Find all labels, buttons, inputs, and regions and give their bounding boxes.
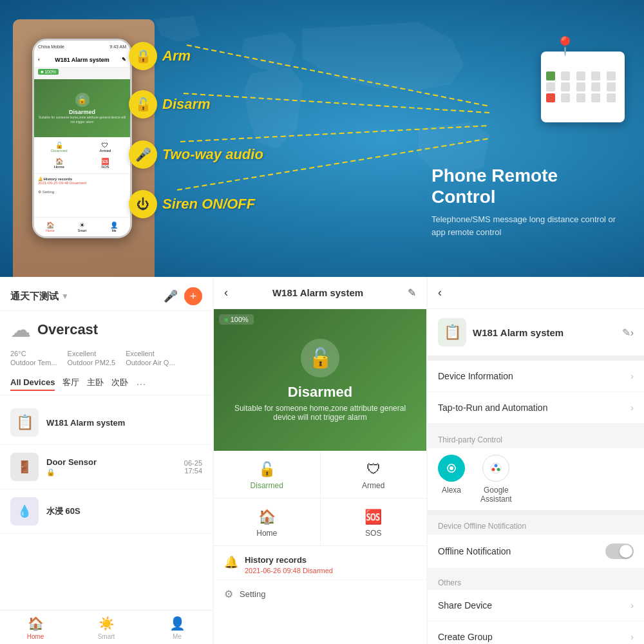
air-label: Outdoor Air Q... <box>126 359 175 366</box>
offline-toggle[interactable] <box>605 544 634 559</box>
history-section[interactable]: 🔔 History records 2021-06-26 09:48 Disar… <box>214 545 426 580</box>
svg-point-6 <box>450 466 453 470</box>
device-title: W181 Alarm system <box>473 327 616 338</box>
chevron-right-icon: › <box>630 600 634 611</box>
others-title: Others <box>428 573 644 590</box>
home-nav-icon: 🏠 <box>28 616 44 631</box>
history-title: History records <box>245 555 416 565</box>
temp-value: 26°C <box>10 350 57 357</box>
create-group-label: Create Group <box>438 632 493 642</box>
dropdown-icon: ▼ <box>61 292 69 301</box>
p3-header: ‹ <box>428 277 644 309</box>
svg-point-10 <box>492 468 495 471</box>
armed-button[interactable]: 🛡 Armed <box>321 451 427 498</box>
tap-to-run-label: Tap-to-Run and Automation <box>438 402 547 413</box>
settings-row[interactable]: ⚙ Setting <box>214 580 426 608</box>
alarm-thumb: 📋 <box>10 408 39 437</box>
nav-me[interactable]: 👤 Me <box>142 611 213 644</box>
location-selector[interactable]: 通天下测试 ▼ <box>10 290 69 303</box>
me-nav-label: Me <box>173 633 182 640</box>
alexa-label: Alexa <box>442 486 461 495</box>
banner-section: China Mobile 9:43 AM ‹ W181 Alarm system… <box>0 0 644 277</box>
disarmed-label: Disarmed <box>251 481 283 490</box>
cloud-icon: ☁ <box>10 317 31 342</box>
share-device-label: Share Device <box>438 600 492 611</box>
door-name: Door Sensor <box>46 457 176 467</box>
tab-master-room[interactable]: 主卧 <box>87 377 104 391</box>
audio-label: Two-way audio <box>162 146 263 163</box>
home-icon: 🏠 <box>258 509 276 526</box>
google-assistant-service[interactable]: GoogleAssistant <box>480 455 512 504</box>
door-meta: 🔒 <box>46 468 176 477</box>
tab-living-room[interactable]: 客厅 <box>62 377 79 391</box>
phone-setting: ⚙ Setting <box>34 187 130 196</box>
list-item[interactable]: 💧 水浸 60S <box>0 489 213 534</box>
offline-title: Device Offline Notification <box>428 515 644 535</box>
edit-button[interactable]: ✎ <box>408 287 416 299</box>
chevron-right-icon: › <box>630 632 634 642</box>
offline-section: Offline Notification <box>428 535 644 568</box>
audio-icon: 🎤 <box>129 140 157 169</box>
add-button[interactable]: + <box>184 287 202 305</box>
water-name: 水浸 60S <box>46 506 202 517</box>
device-edit-button[interactable]: ✎› <box>622 327 634 339</box>
p1-header: 通天下测试 ▼ 🎤 + <box>0 277 213 311</box>
device-tabs: All Devices 客厅 主卧 次卧 ··· <box>0 373 213 395</box>
tabs-more[interactable]: ··· <box>136 377 146 391</box>
device-list: 📋 W181 Alarm system 🚪 Door Sensor 🔒 06-2… <box>0 395 213 610</box>
list-item[interactable]: 📋 W181 Alarm system <box>0 401 213 445</box>
smart-nav-label: Smart <box>98 633 115 640</box>
list-item[interactable]: 🚪 Door Sensor 🔒 06-2517:54 <box>0 445 213 489</box>
create-group-item[interactable]: Create Group › <box>428 621 644 644</box>
gear-icon: ⚙ <box>224 588 233 600</box>
sos-icon: 🆘 <box>365 509 382 526</box>
history-info: History records 2021-06-26 09:48 Disarme… <box>245 555 416 574</box>
alexa-service[interactable]: Alexa <box>438 455 465 504</box>
device-settings-panel: ‹ 📋 W181 Alarm system ✎› Device Informat… <box>428 277 644 644</box>
p3-back-button[interactable]: ‹ <box>438 286 442 299</box>
phone-status-bar: China Mobile 9:43 AM <box>34 41 130 52</box>
share-device-item[interactable]: Share Device › <box>428 590 644 621</box>
panels-container: 通天下测试 ▼ 🎤 + ☁ Overcast 26°C Outdoor Tem.… <box>0 277 644 644</box>
history-time: 2021-06-26 09:48 Disarmed <box>245 567 416 574</box>
feature-icons: 🔒 Arm 🔓 Disarm 🎤 Two-way audio ⏻ Siren O… <box>129 19 386 258</box>
alarm-device-image <box>541 52 625 122</box>
phone-header: ‹ W181 Alarm system ✎ <box>34 52 130 68</box>
svg-point-8 <box>495 464 498 468</box>
sos-label: SOS <box>365 529 381 538</box>
sos-button[interactable]: 🆘 SOS <box>321 498 427 545</box>
alarm-info: W181 Alarm system <box>46 418 202 428</box>
armed-status: Disarmed <box>288 384 352 401</box>
door-time: 06-2517:54 <box>184 459 202 475</box>
tap-to-run-item[interactable]: Tap-to-Run and Automation › <box>428 392 644 424</box>
svg-point-9 <box>497 468 500 471</box>
arm-label: Arm <box>162 48 191 64</box>
microphone-icon[interactable]: 🎤 <box>164 289 178 303</box>
nav-smart[interactable]: ☀️ Smart <box>71 611 142 644</box>
nav-home[interactable]: 🏠 Home <box>0 611 71 644</box>
device-information-item[interactable]: Device Information › <box>428 361 644 392</box>
bell-icon: 🔔 <box>224 555 238 569</box>
door-thumb: 🚪 <box>10 453 39 481</box>
banner-title: Phone Remote Control <box>431 165 625 208</box>
weather-detail: 26°C Outdoor Tem... Excellent Outdoor PM… <box>0 348 213 373</box>
third-party-title: Third-party Control <box>428 429 644 448</box>
third-party-section: Alexa GoogleAssistant <box>428 448 644 515</box>
device-thumbnail: 📋 <box>438 318 466 346</box>
pm25-value: Excellent <box>68 350 116 357</box>
p2-header: ‹ W181 Alarm system ✎ <box>214 277 426 309</box>
smart-nav-icon: ☀️ <box>99 616 115 631</box>
tab-second-room[interactable]: 次卧 <box>111 377 128 391</box>
disarmed-button[interactable]: 🔓 Disarmed <box>214 451 320 498</box>
home-button[interactable]: 🏠 Home <box>214 498 320 545</box>
siren-label: Siren ON/OFF <box>162 196 255 213</box>
disarm-icon: 🔓 <box>129 90 157 118</box>
disarmed-icon: 🔓 <box>258 461 276 478</box>
header-icons: 🎤 + <box>164 287 202 305</box>
offline-notification-row: Offline Notification <box>428 535 644 568</box>
tab-all-devices[interactable]: All Devices <box>10 377 55 391</box>
control-buttons: 🔓 Disarmed 🛡 Armed 🏠 Home 🆘 SOS <box>214 451 426 545</box>
chevron-right-icon: › <box>630 371 634 381</box>
water-info: 水浸 60S <box>46 506 202 517</box>
back-button[interactable]: ‹ <box>224 286 228 299</box>
